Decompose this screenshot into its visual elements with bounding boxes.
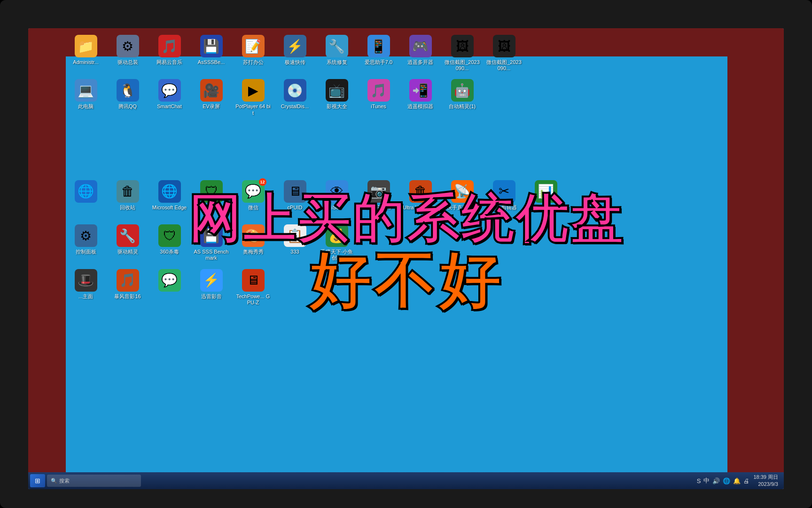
icon-itunes[interactable]: 🎵 iTunes (359, 77, 398, 111)
sysrepair-label: 系统修复 (327, 59, 347, 65)
thispc-icon: 💻 (75, 79, 97, 102)
yaokong-icon: 🎮 (409, 35, 432, 57)
crystal-label: CrystalDis... (281, 103, 309, 110)
screen: 📁 Administr... ⚙ 驱动总装 🎵 网易云音乐 💾 AsSSSBe.… (28, 28, 784, 489)
wechat-badge: 12 (259, 178, 266, 186)
icon-ev[interactable]: 🎥 EV录屏 (191, 77, 231, 111)
icon-netease[interactable]: 🎵 网易云音乐 (149, 33, 189, 67)
tray-notify-icon[interactable]: 🔔 (733, 477, 741, 484)
icon-sysrepair[interactable]: 🔧 系统修复 (317, 33, 357, 67)
potplayer-label: PotPlayer 64 bit (235, 103, 271, 116)
icon-smartchat[interactable]: 💬 SmartChat (149, 77, 189, 111)
icon-qq[interactable]: 🐧 腾讯QQ (108, 77, 148, 111)
smartchat-label: SmartChat (157, 103, 182, 110)
start-button[interactable]: ⊞ (30, 474, 45, 487)
icon-wechatimg2[interactable]: 🖼 微信截图_2023090... (484, 33, 524, 73)
icon-row-2: 💻 此电脑 🐧 腾讯QQ 💬 SmartChat 🎥 EV录屏 (66, 77, 566, 118)
monitor: 📁 Administr... ⚙ 驱动总装 🎵 网易云音乐 💾 AsSSSBe.… (0, 0, 812, 508)
qq-label: 腾讯QQ (118, 103, 137, 110)
qudong-label: 驱动总装 (117, 59, 138, 65)
tray-print-icon: 🖨 (743, 477, 750, 484)
taskbar: ⊞ 🔍 搜索 S 中 🔊 🌐 🔔 🖨 18:39 周日 2023 (28, 472, 784, 489)
jisu-icon: ⚡ (284, 35, 306, 57)
simremote-icon: 📲 (409, 79, 432, 102)
thispc-label: 此电脑 (78, 103, 94, 110)
icon-admin[interactable]: 📁 Administr... (66, 33, 106, 67)
desktop: 📁 Administr... ⚙ 驱动总装 🎵 网易云音乐 💾 AsSSSBe.… (28, 28, 784, 489)
taskbar-tray: S 中 🔊 🌐 🔔 🖨 (693, 476, 754, 485)
jisu-label: 极速快传 (285, 59, 305, 65)
ev-icon: 🎥 (200, 79, 223, 102)
simremote-label: 逍遥模拟器 (407, 103, 433, 110)
icon-jisu[interactable]: ⚡ 极速快传 (275, 33, 315, 67)
sudaoffice-label: 苏打办公 (243, 59, 264, 65)
sudaoffice-icon: 📝 (242, 35, 265, 57)
wechatimg2-label: 微信截图_2023090... (486, 59, 522, 71)
icon-asssd[interactable]: 💾 AsSSSBe... (191, 33, 231, 67)
ev-label: EV录屏 (203, 103, 220, 110)
netease-icon: 🎵 (158, 35, 181, 57)
potplayer-icon: ▶ (242, 79, 265, 102)
tray-network-icon[interactable]: 🌐 (723, 477, 730, 484)
taskbar-search[interactable]: 🔍 搜索 (47, 475, 141, 487)
tray-cn-icon: 中 (703, 476, 710, 485)
tray-volume-icon[interactable]: 🔊 (712, 477, 720, 484)
autosprite-icon: 🤖 (451, 79, 474, 102)
netease-label: 网易云音乐 (156, 59, 182, 65)
asssd-label: AsSSSBe... (198, 59, 225, 65)
search-icon: 🔍 (51, 478, 57, 484)
icon-autosprite[interactable]: 🤖 自动精灵(1) (442, 77, 482, 111)
icon-simremote[interactable]: 📲 逍遥模拟器 (400, 77, 440, 111)
wechatimg1-icon: 🖼 (451, 35, 474, 57)
taskbar-clock[interactable]: 18:39 周日 2023/9/3 (753, 474, 782, 488)
autosprite-label: 自动精灵(1) (449, 103, 476, 110)
overlay-text: 网上买的系统优盘 好不好 (56, 193, 756, 311)
search-label: 搜索 (59, 477, 70, 484)
admin-label: Administr... (73, 59, 98, 65)
yaokong-label: 逍遥多开器 (407, 59, 433, 65)
crystal-icon: 💿 (284, 79, 306, 102)
wechatimg1-label: 微信截图_2023090... (444, 59, 480, 71)
qq-icon: 🐧 (117, 79, 139, 102)
icon-thispc[interactable]: 💻 此电脑 (66, 77, 106, 111)
itunes-label: iTunes (371, 103, 386, 110)
smartchat-icon: 💬 (158, 79, 181, 102)
overlay-line1: 网上买的系统优盘 (56, 193, 756, 246)
yingshi-label: 影视大全 (327, 103, 347, 110)
icon-sudaoffice[interactable]: 📝 苏打办公 (233, 33, 273, 67)
admin-icon: 📁 (75, 35, 97, 57)
clock-time: 18:39 周日 (753, 474, 778, 481)
wechatimg2-icon: 🖼 (493, 35, 515, 57)
icon-crystal[interactable]: 💿 CrystalDis... (275, 77, 315, 111)
icon-row-1: 📁 Administr... ⚙ 驱动总装 🎵 网易云音乐 💾 AsSSSBe.… (66, 33, 566, 73)
sysrepair-icon: 🔧 (326, 35, 348, 57)
start-icon: ⊞ (35, 477, 40, 484)
asssd-icon: 💾 (200, 35, 223, 57)
qudong-icon: ⚙ (117, 35, 139, 57)
icon-wechatimg1[interactable]: 🖼 微信截图_2023090... (442, 33, 482, 73)
clock-date: 2023/9/3 (753, 481, 778, 488)
icon-yingshi[interactable]: 📺 影视大全 (317, 77, 357, 111)
overlay-line2: 好不好 (56, 250, 756, 311)
icon-potplayer[interactable]: ▶ PotPlayer 64 bit (233, 77, 273, 118)
aisi-icon: 📱 (367, 35, 390, 57)
itunes-icon: 🎵 (367, 79, 390, 102)
icon-aisi[interactable]: 📱 爱思助手7.0 (359, 33, 398, 67)
aisi-label: 爱思助手7.0 (365, 59, 392, 65)
tray-s-icon: S (697, 477, 701, 484)
icon-qudong-zhuang[interactable]: ⚙ 驱动总装 (108, 33, 148, 67)
yingshi-icon: 📺 (326, 79, 348, 102)
icon-yaokong[interactable]: 🎮 逍遥多开器 (400, 33, 440, 67)
